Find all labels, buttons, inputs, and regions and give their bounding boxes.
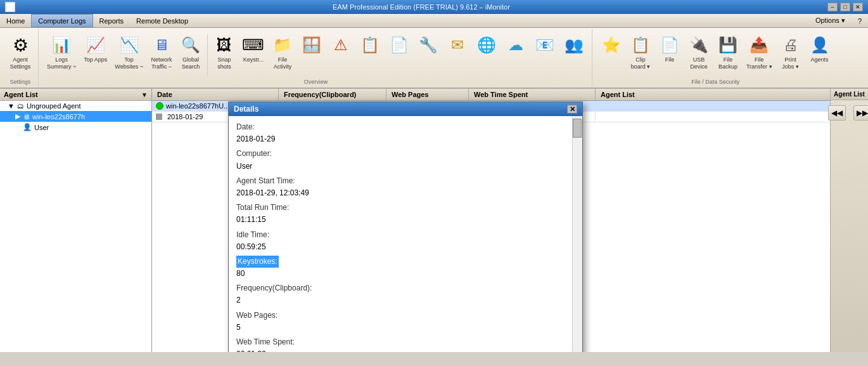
- file-transfer-icon: 📤: [749, 35, 769, 55]
- cloud-icon: ☁: [506, 35, 526, 55]
- file-backup-button[interactable]: 💾 FileBackup: [714, 33, 742, 72]
- agents-icon: 👤: [810, 35, 830, 55]
- top-websites-button[interactable]: 📉 TopWebsites ~: [112, 33, 146, 72]
- overview-section-label: Overview: [304, 77, 328, 85]
- ribbon-group-settings: ⚙ AgentSettings: [6, 30, 34, 77]
- menu-computer-logs[interactable]: Computer Logs: [31, 14, 93, 27]
- agent-list-arrow[interactable]: ▼: [141, 91, 148, 98]
- agents-button[interactable]: 👤 Agents: [806, 33, 834, 65]
- file-activity-button[interactable]: 📁 FileActivity: [269, 33, 297, 72]
- usb-button[interactable]: 🔌 USBDevice: [685, 33, 713, 72]
- title-bar-title: EAM Professional Edition (FREE TRIAL) 9.…: [15, 3, 827, 11]
- dialog-scrollbar[interactable]: [572, 116, 582, 352]
- tree-user[interactable]: 👤 User: [0, 122, 151, 133]
- close-button[interactable]: ✕: [853, 3, 863, 11]
- minimize-button[interactable]: –: [827, 3, 838, 11]
- dialog-field-webpages-label: Web Pages:: [236, 310, 570, 322]
- menu-options[interactable]: Options ▾: [809, 14, 852, 27]
- dialog-field-starttime-value: 2018-01-29, 12:03:49: [236, 187, 570, 199]
- file-transfer-button[interactable]: 📤 FileTransfer ▾: [743, 33, 775, 72]
- dialog-title-bar: Details ✕: [229, 102, 582, 116]
- cloud-button[interactable]: ☁: [502, 33, 530, 58]
- menu-home[interactable]: Home: [0, 14, 31, 27]
- tree-computer-label: win-leo22s8677h: [32, 113, 85, 121]
- star-button[interactable]: ⭐: [597, 33, 625, 58]
- report-icon: 📄: [389, 35, 409, 55]
- dialog-body[interactable]: Date: 2018-01-29 Computer: User Agent St…: [229, 116, 582, 352]
- agent-list-title: Agent List: [4, 91, 38, 98]
- top-apps-button[interactable]: 📈 Top Apps: [80, 33, 110, 65]
- hardware-icon: 🔧: [418, 35, 438, 55]
- ribbon-section-overview: 📊 LogsSummary ~ 📈 Top Apps 📉 TopWebsites…: [40, 29, 592, 86]
- logs-summary-button[interactable]: 📊 LogsSummary ~: [44, 33, 79, 72]
- file-button[interactable]: 📄 File: [656, 33, 684, 65]
- app-icon: 🖥: [5, 2, 15, 12]
- tree-collapse-icon: ▼: [8, 102, 15, 110]
- print-jobs-button[interactable]: 🖨 PrintJobs ▾: [777, 33, 805, 72]
- group-icon: 🗂: [17, 102, 24, 110]
- snapshots-button[interactable]: 🖼 Snapshots: [210, 33, 238, 72]
- tree-user-label: User: [34, 124, 49, 131]
- main-content: Agent List ▼ ▼ 🗂 Ungrouped Agent ▶ 🖥 win…: [0, 89, 868, 352]
- agent-list-header: Agent List ▼: [0, 89, 151, 101]
- email-button[interactable]: ✉: [444, 33, 471, 58]
- clipboard-icon: 📋: [630, 35, 651, 55]
- ribbon-group-overview: 📊 LogsSummary ~ 📈 Top Apps 📉 TopWebsites…: [44, 30, 588, 77]
- title-bar-controls[interactable]: – □ ✕: [827, 3, 863, 11]
- tree-computer[interactable]: ▶ 🖥 win-leo22s8677h: [0, 111, 151, 122]
- dialog-field-computer-label: Computer:: [236, 148, 570, 160]
- security-section-label: File / Data Security: [691, 77, 739, 85]
- dialog-field-clipboard-value: 2: [236, 294, 570, 306]
- agent-settings-icon: ⚙: [10, 35, 30, 55]
- user-icon: 👤: [23, 123, 32, 131]
- usb-icon: 🔌: [689, 35, 709, 55]
- dialog-field-starttime-label: Agent Start Time:: [236, 175, 570, 187]
- title-bar: 🖥 EAM Professional Edition (FREE TRIAL) …: [0, 0, 868, 14]
- agent-settings-button[interactable]: ⚙ AgentSettings: [6, 33, 34, 72]
- computer-icon: 🖥: [23, 113, 30, 121]
- title-bar-left: 🖥: [5, 2, 15, 12]
- print-jobs-icon: 🖨: [781, 35, 801, 55]
- keystrokes-button[interactable]: ⌨ Keystr...: [239, 33, 267, 65]
- hardware-button[interactable]: 🔧: [414, 33, 442, 58]
- tree-ungrouped[interactable]: ▼ 🗂 Ungrouped Agent: [0, 101, 151, 111]
- ribbon-section-settings: ⚙ AgentSettings Settings: [3, 29, 39, 86]
- send-icon: 📧: [535, 35, 555, 55]
- tree-expand-icon: ▶: [15, 112, 20, 121]
- apps-icon: 🪟: [302, 35, 322, 55]
- menu-reports[interactable]: Reports: [93, 14, 131, 27]
- globe-button[interactable]: 🌐: [473, 33, 501, 58]
- network-traffic-button[interactable]: 🖥 NetworkTraffic –: [148, 33, 176, 72]
- details-dialog: Details ✕ Date: 2018-01-29 Computer: Use…: [228, 101, 583, 352]
- clipboard-button[interactable]: 📋 Clipboard ▾: [627, 33, 654, 72]
- restore-button[interactable]: □: [840, 3, 850, 11]
- ribbon: ⚙ AgentSettings Settings 📊 LogsSummary ~…: [0, 28, 868, 89]
- dialog-field-idletime-label: Idle Time:: [236, 229, 570, 241]
- dialog-field-date-label: Date:: [236, 121, 570, 133]
- dialog-field-keystrokes-value: 80: [236, 268, 570, 280]
- menu-help[interactable]: ?: [852, 14, 868, 27]
- dialog-field-date-value: 2018-01-29: [236, 133, 570, 145]
- menu-remote-desktop[interactable]: Remote Desktop: [130, 14, 195, 27]
- global-search-icon: 🔍: [181, 35, 201, 55]
- ribbon-section-security: ⭐ 📋 Clipboard ▾ 📄 File 🔌 USBDevice 💾 Fil…: [594, 29, 838, 86]
- file-backup-icon: 💾: [718, 35, 738, 55]
- spreadsheet-button[interactable]: 📋: [356, 33, 384, 58]
- dialog-close-button[interactable]: ✕: [567, 105, 577, 114]
- social-button[interactable]: 👥: [560, 33, 588, 58]
- social-icon: 👥: [564, 35, 584, 55]
- content-area: Date Frequency(Clipboard) Copy(Clipboard…: [152, 89, 868, 352]
- spreadsheet-icon: 📋: [360, 35, 380, 55]
- top-apps-icon: 📈: [86, 35, 106, 55]
- send-button[interactable]: 📧: [531, 33, 559, 58]
- report-button[interactable]: 📄: [385, 33, 413, 58]
- alert-icon: ⚠: [331, 35, 351, 55]
- alert-button[interactable]: ⚠: [327, 33, 355, 58]
- settings-section-label: Settings: [10, 77, 31, 85]
- dialog-scrollthumb[interactable]: [573, 119, 582, 138]
- keystrokes-highlight: Keystrokes:: [236, 256, 279, 268]
- apps-button[interactable]: 🪟: [298, 33, 326, 58]
- dialog-title-text: Details: [234, 105, 258, 114]
- global-search-button[interactable]: 🔍 GlobalSearch: [177, 33, 205, 72]
- keystrokes-icon: ⌨: [243, 35, 264, 55]
